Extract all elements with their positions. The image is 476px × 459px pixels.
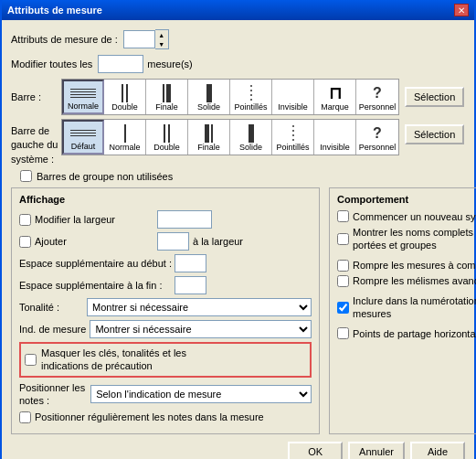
barre-section: Barre : Normale (11, 79, 465, 115)
close-button[interactable]: ✕ (454, 4, 469, 16)
masquer-cles-row: Masquer les clés, tonalités et lesindica… (19, 342, 312, 378)
ind-mesure-label: Ind. de mesure (19, 324, 86, 335)
ind-mesure-row: Ind. de mesure Montrer si nécessaire (19, 320, 312, 338)
espace-debut-label: Espace supplémentaire au début : (19, 258, 175, 269)
modifier-label: Modifier toutes les (11, 59, 92, 69)
modifier-largeur-checkbox[interactable] (19, 214, 31, 226)
ind-mesure-select[interactable]: Montrer si nécessaire (90, 320, 312, 338)
barre-btn-personnel-text: Personnel (359, 103, 397, 112)
barre-selection-btn[interactable]: Sélection (405, 87, 464, 107)
tonalite-row: Tonalité : Montrer si nécessaire (19, 298, 312, 316)
spinner-up[interactable]: ▲ (155, 30, 168, 39)
rompre-melismes-checkbox[interactable] (337, 275, 349, 287)
positionner-regulierement-label: Positionner régulièrement les notes dans… (35, 411, 264, 423)
barre-btn-normale-text: Normale (68, 102, 99, 112)
barre-gauche-selection-btn[interactable]: Sélection (405, 124, 464, 144)
inclure-numerotation-label: Inclure dans la numérotation desmesures (353, 294, 476, 321)
montrer-noms-checkbox[interactable] (337, 233, 349, 245)
barre-btn-solide-text: Solide (197, 103, 220, 112)
barre-btn-invisible-text: Invisible (278, 103, 308, 112)
barres-groupe-label: Barres de groupe non utilisées (37, 171, 173, 182)
rompre-mesures-label: Rompre les mesures à compter (353, 260, 476, 271)
ajouter-label: Ajouter (35, 236, 153, 247)
positionner-regulierement-row: Positionner régulièrement les notes dans… (19, 411, 312, 423)
ajouter-checkbox[interactable] (19, 236, 31, 248)
dialog-buttons: OK Annuler Aide (11, 442, 465, 459)
barre-btn-solide[interactable]: Solide (188, 80, 230, 114)
aide-button[interactable]: Aide (410, 442, 465, 459)
barre-btn-pointilles-text: Pointillés (234, 103, 267, 112)
inclure-numerotation-checkbox[interactable] (337, 302, 349, 314)
espace-fin-input[interactable]: 0 (175, 276, 206, 294)
barre-gauche-btn-finale[interactable]: Finale (188, 120, 230, 155)
rompre-melismes-row: Rompre les mélismes avancés (337, 275, 476, 287)
barre-label: Barre : (11, 91, 61, 102)
barre-gauche-btn-solide[interactable]: Solide (230, 120, 272, 155)
barre-gauche-section: Barre de gauche du système : Défaut (11, 119, 465, 166)
points-partage-row: Points de partage horizontaux (337, 327, 476, 339)
barre-gauche-btn-defaut-text: Défaut (71, 143, 96, 152)
barre-gauche-buttons: Défaut Normale Double (61, 119, 399, 155)
barre-btn-pointilles[interactable]: Pointillés (230, 80, 272, 114)
measure-value-input[interactable]: 5 (123, 30, 155, 48)
measure-value-spinner[interactable]: 5 ▲ ▼ (123, 29, 169, 49)
positionner-notes-label: Positionner lesnotes : (19, 381, 85, 408)
largeur-value-input[interactable]: 5,29167 (157, 210, 212, 229)
barre-btn-finale-text: Finale (155, 103, 178, 112)
barre-gauche-btn-double[interactable]: Double (146, 120, 188, 155)
barre-gauche-label: Barre de gauche du système : (11, 124, 61, 166)
barre-gauche-btn-personnel[interactable]: ? Personnel (356, 120, 398, 155)
espace-debut-row: Espace supplémentaire au début : 0 (19, 254, 312, 272)
barre-btn-normale[interactable]: Normale (62, 80, 104, 114)
barre-gauche-btn-pointilles[interactable]: Pointillés (272, 120, 314, 155)
masquer-cles-checkbox[interactable] (25, 354, 37, 366)
measure-spinner-btns: ▲ ▼ (155, 29, 169, 49)
barre-btn-personnel[interactable]: ? Personnel (356, 80, 398, 114)
title-bar: Attributs de mesure ✕ (2, 0, 474, 20)
positionner-regulierement-checkbox[interactable] (19, 411, 31, 423)
ajouter-input[interactable]: 0 (157, 232, 189, 251)
espace-debut-input[interactable]: 0 (175, 254, 206, 272)
inclure-numerotation-row: Inclure dans la numérotation desmesures (337, 294, 476, 321)
commencer-nouveau-row: Commencer un nouveau système (337, 210, 476, 222)
points-partage-label: Points de partage horizontaux (353, 328, 476, 339)
positionner-notes-row: Positionner lesnotes : Selon l'indicatio… (19, 381, 312, 408)
modifier-largeur-label: Modifier la largeur (35, 214, 153, 225)
barre-btn-marque[interactable]: ⊓ Marque (314, 80, 356, 114)
barre-buttons: Normale Double Finale (61, 79, 399, 115)
barre-gauche-btn-defaut[interactable]: Défaut (62, 120, 104, 155)
positionner-notes-select[interactable]: Selon l'indication de mesure (90, 385, 312, 403)
modifier-largeur-row: Modifier la largeur 5,29167 (19, 210, 312, 229)
barre-btn-double-text: Double (111, 103, 138, 112)
window-title: Attributs de mesure (7, 5, 102, 16)
barres-groupe-row: Barres de groupe non utilisées (20, 170, 465, 182)
ajouter-row: Ajouter 0 à la largeur (19, 232, 312, 251)
spinner-down[interactable]: ▼ (155, 39, 168, 48)
masquer-cles-label: Masquer les clés, tonalités et lesindica… (41, 347, 186, 373)
tonalite-label: Tonalité : (19, 302, 83, 313)
barres-groupe-checkbox[interactable] (20, 170, 32, 182)
annuler-button[interactable]: Annuler (348, 442, 405, 459)
barre-btn-invisible[interactable]: Invisible (272, 80, 314, 114)
ajouter-suffix: à la largeur (193, 236, 312, 247)
barre-btn-marque-text: Marque (321, 103, 349, 112)
espace-fin-label: Espace supplémentaire à la fin : (19, 280, 175, 291)
barre-btn-finale[interactable]: Finale (146, 80, 188, 114)
espace-fin-row: Espace supplémentaire à la fin : 0 (19, 276, 312, 294)
barre-btn-double[interactable]: Double (104, 80, 146, 114)
measure-attr-label: Attributs de mesure de : (11, 34, 118, 45)
commencer-nouveau-checkbox[interactable] (337, 210, 349, 222)
rompre-mesures-row: Rompre les mesures à compter (337, 260, 476, 272)
barre-gauche-btn-invisible[interactable]: Invisible (314, 120, 356, 155)
barre-gauche-btn-normale[interactable]: Normale (104, 120, 146, 155)
comportement-section: Comportement Commencer un nouveau systèm… (329, 187, 476, 433)
modifier-input[interactable]: 1 (98, 55, 143, 73)
points-partage-checkbox[interactable] (337, 327, 349, 339)
rompre-mesures-checkbox[interactable] (337, 260, 349, 272)
rompre-melismes-label: Rompre les mélismes avancés (353, 275, 476, 286)
montrer-noms-label: Montrer les noms complets desportées et … (353, 226, 476, 252)
modifier-row: Modifier toutes les 1 mesure(s) (11, 55, 465, 73)
affichage-title: Affichage (19, 194, 312, 205)
ok-button[interactable]: OK (288, 442, 343, 459)
tonalite-select[interactable]: Montrer si nécessaire (87, 298, 312, 316)
